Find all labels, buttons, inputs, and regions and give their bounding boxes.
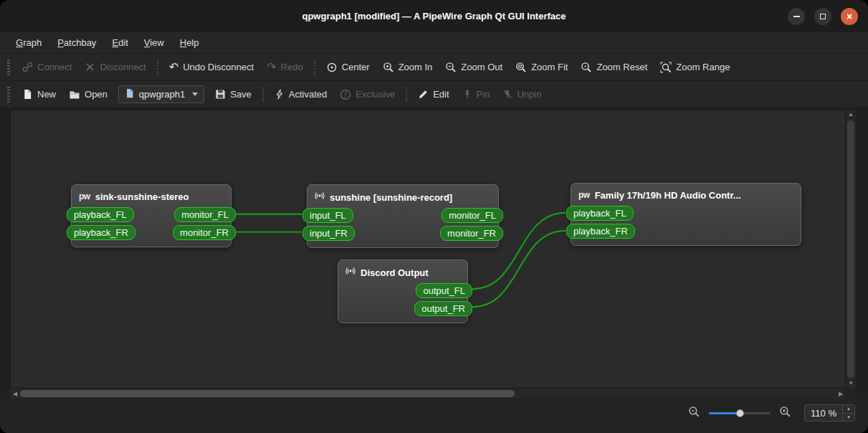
scroll-left-arrow[interactable]: ◀ <box>10 391 20 397</box>
port-playback-fr[interactable]: playback_FR <box>566 224 635 239</box>
activated-button[interactable]: Activated <box>268 85 333 103</box>
zoom-in-label: Zoom In <box>399 62 433 72</box>
maximize-button[interactable] <box>814 8 831 25</box>
zoom-spin-up-button[interactable]: ▲ <box>843 405 854 414</box>
menu-edit[interactable]: Edit <box>106 34 133 51</box>
statusbar: 110 % ▲ ▼ <box>0 399 868 433</box>
port-monitor-fr[interactable]: monitor_FR <box>173 225 236 240</box>
toolbar-separator <box>406 87 407 102</box>
toolbar-main: Connect Disconnect ↶ Undo Disconnect ↷ R… <box>0 54 868 81</box>
disconnect-label: Disconnect <box>100 62 146 72</box>
toolbar-separator <box>262 87 264 102</box>
horizontal-scroll-thumb[interactable] <box>20 390 515 397</box>
node-title: Family 17h/19h HD Audio Contr... <box>595 189 741 201</box>
session-combo[interactable]: qpwgraph1 <box>118 85 204 103</box>
horizontal-scrollbar[interactable]: ◀ ▶ <box>10 389 846 399</box>
pin-button[interactable]: Pin <box>456 85 497 103</box>
vertical-scroll-thumb[interactable] <box>847 120 854 378</box>
port-input-fl[interactable]: input_FL <box>302 208 353 223</box>
center-button[interactable]: Center <box>320 58 376 77</box>
save-button[interactable]: Save <box>209 85 258 103</box>
zoom-reset-button[interactable]: Zoom Reset <box>574 58 654 77</box>
menu-graph[interactable]: Graph <box>10 34 47 51</box>
central-area: pw sink-sunshine-stereo playback_FL moni… <box>10 110 856 399</box>
node-family-hd-audio[interactable]: pw Family 17h/19h HD Audio Contr... play… <box>571 183 801 246</box>
pipewire-icon: pw <box>79 191 90 203</box>
port-monitor-fl[interactable]: monitor_FL <box>174 207 236 222</box>
zoom-value[interactable]: 110 % <box>805 405 842 421</box>
zoom-fit-button[interactable]: Zoom Fit <box>509 58 574 77</box>
toolbar-drag-handle[interactable] <box>7 87 10 103</box>
zoom-in-button[interactable]: Zoom In <box>376 58 439 77</box>
close-button[interactable]: × <box>841 8 858 25</box>
zoom-slider-fill <box>709 412 740 414</box>
new-button[interactable]: New <box>16 85 62 103</box>
port-input-fr[interactable]: input_FR <box>302 226 355 241</box>
port-monitor-fl[interactable]: monitor_FL <box>442 208 503 223</box>
toolbar-separator <box>157 60 158 75</box>
node-title: Discord Output <box>361 267 429 279</box>
zoom-fit-icon <box>515 62 527 73</box>
zoom-in-icon[interactable] <box>779 406 791 421</box>
undo-icon: ↶ <box>169 62 178 72</box>
vertical-scrollbar[interactable]: ▲ ▼ <box>846 110 856 389</box>
save-icon <box>215 89 226 100</box>
node-sink-sunshine-stereo[interactable]: pw sink-sunshine-stereo playback_FL moni… <box>71 184 232 247</box>
menubar: Graph Patchbay Edit View Help <box>0 32 868 54</box>
undo-label: Undo Disconnect <box>183 62 254 72</box>
scroll-up-arrow[interactable]: ▲ <box>848 110 854 120</box>
toolbar-drag-handle[interactable] <box>7 60 10 75</box>
node-discord-output[interactable]: Discord Output output_FL output_FR <box>338 260 468 323</box>
zoom-out-icon[interactable] <box>688 406 700 421</box>
node-title: sink-sunshine-stereo <box>95 191 189 203</box>
menu-patchbay[interactable]: Patchbay <box>52 34 102 51</box>
port-playback-fr[interactable]: playback_FR <box>67 225 135 240</box>
disconnect-icon <box>85 62 95 72</box>
menu-view[interactable]: View <box>138 34 170 51</box>
unpin-icon <box>502 89 512 100</box>
zoom-spin-down-button[interactable]: ▼ <box>843 414 854 422</box>
zoom-range-icon <box>660 62 672 73</box>
open-folder-icon <box>69 89 80 100</box>
zoom-out-button[interactable]: Zoom Out <box>439 58 509 77</box>
pin-icon <box>462 89 472 100</box>
menu-help[interactable]: Help <box>174 34 205 51</box>
zoom-out-icon <box>445 62 457 73</box>
connect-button[interactable]: Connect <box>16 58 78 76</box>
session-file-icon <box>125 88 135 100</box>
undo-button[interactable]: ↶ Undo Disconnect <box>163 58 260 76</box>
zoom-slider-handle[interactable] <box>736 409 744 417</box>
edit-label: Edit <box>433 89 449 100</box>
node-sunshine-record[interactable]: sunshine [sunshine-record] input_FL moni… <box>307 184 499 248</box>
exclusive-button[interactable]: f Exclusive <box>333 85 401 104</box>
redo-icon: ↷ <box>267 62 276 72</box>
zoom-slider[interactable] <box>709 408 771 418</box>
session-combo-value: qpwgraph1 <box>139 89 185 100</box>
zoom-range-button[interactable]: Zoom Range <box>654 58 736 77</box>
open-button[interactable]: Open <box>62 85 114 104</box>
connect-icon <box>22 62 33 72</box>
port-output-fr[interactable]: output_FR <box>414 301 472 316</box>
minimize-button[interactable] <box>788 8 805 25</box>
open-label: Open <box>85 89 108 100</box>
graph-canvas[interactable]: pw sink-sunshine-stereo playback_FL moni… <box>10 110 846 389</box>
node-title: sunshine [sunshine-record] <box>330 191 452 204</box>
unpin-button[interactable]: Unpin <box>496 85 548 103</box>
scroll-down-arrow[interactable]: ▼ <box>848 379 854 389</box>
svg-text:f: f <box>345 90 348 98</box>
zoom-spinbox[interactable]: 110 % ▲ ▼ <box>804 404 855 422</box>
edit-button[interactable]: Edit <box>411 85 455 103</box>
port-playback-fl[interactable]: playback_FL <box>566 206 634 221</box>
scroll-right-arrow[interactable]: ▶ <box>836 391 846 397</box>
activated-label: Activated <box>289 89 327 100</box>
port-monitor-fr[interactable]: monitor_FR <box>440 226 503 241</box>
titlebar[interactable]: qpwgraph1 [modified] — A PipeWire Graph … <box>0 0 868 32</box>
port-playback-fl[interactable]: playback_FL <box>67 207 134 222</box>
zoom-fit-label: Zoom Fit <box>531 62 568 72</box>
exclusive-label: Exclusive <box>356 89 395 100</box>
port-output-fl[interactable]: output_FL <box>416 283 472 298</box>
zoom-reset-label: Zoom Reset <box>596 62 647 72</box>
new-label: New <box>37 89 56 100</box>
redo-button[interactable]: ↷ Redo <box>260 58 309 76</box>
disconnect-button[interactable]: Disconnect <box>78 58 152 76</box>
